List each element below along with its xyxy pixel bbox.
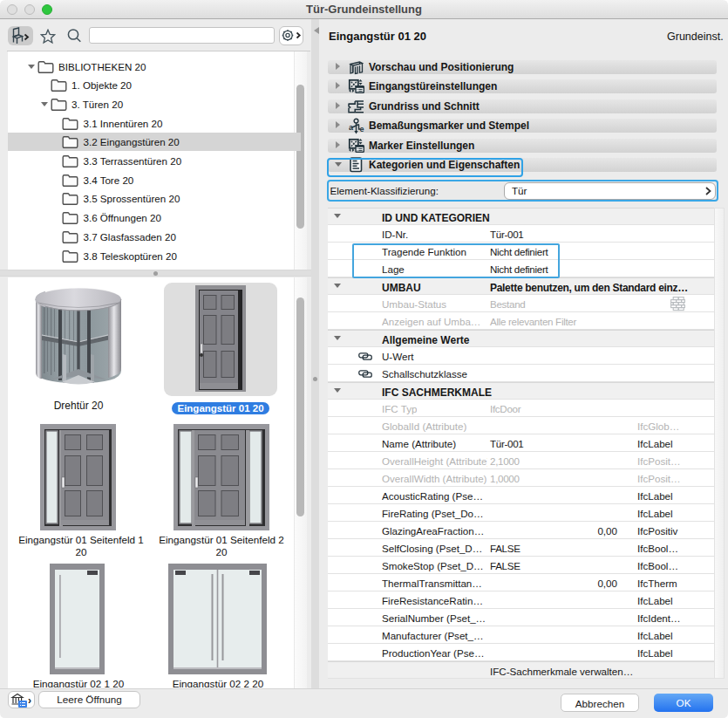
- svg-text:e: e: [360, 125, 364, 133]
